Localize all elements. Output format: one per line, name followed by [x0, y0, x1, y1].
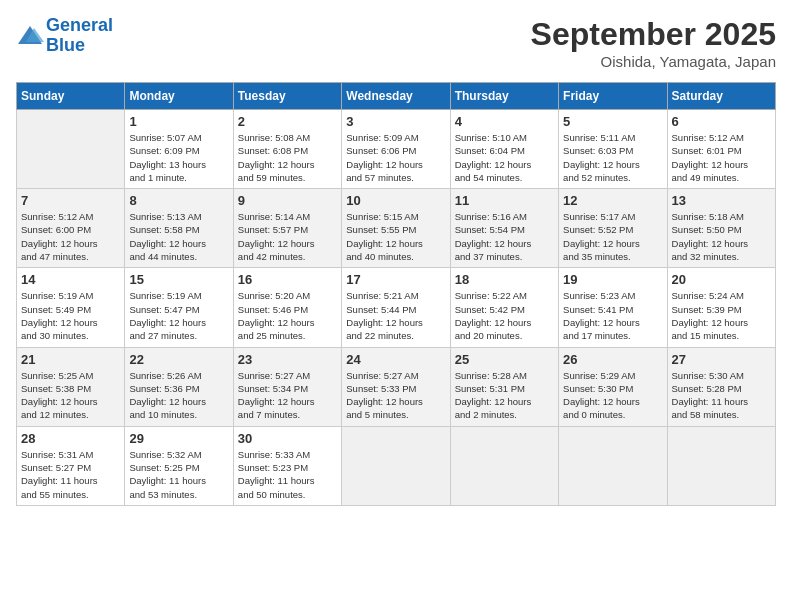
day-detail: Sunrise: 5:19 AM Sunset: 5:49 PM Dayligh… [21, 289, 120, 342]
day-number: 5 [563, 114, 662, 129]
location: Oishida, Yamagata, Japan [531, 53, 776, 70]
day-number: 12 [563, 193, 662, 208]
title-block: September 2025 Oishida, Yamagata, Japan [531, 16, 776, 70]
day-number: 23 [238, 352, 337, 367]
calendar-day-cell: 19Sunrise: 5:23 AM Sunset: 5:41 PM Dayli… [559, 268, 667, 347]
day-detail: Sunrise: 5:33 AM Sunset: 5:23 PM Dayligh… [238, 448, 337, 501]
day-number: 25 [455, 352, 554, 367]
day-number: 10 [346, 193, 445, 208]
day-number: 7 [21, 193, 120, 208]
calendar-day-cell: 29Sunrise: 5:32 AM Sunset: 5:25 PM Dayli… [125, 426, 233, 505]
day-detail: Sunrise: 5:25 AM Sunset: 5:38 PM Dayligh… [21, 369, 120, 422]
calendar-day-cell [450, 426, 558, 505]
calendar-day-cell: 22Sunrise: 5:26 AM Sunset: 5:36 PM Dayli… [125, 347, 233, 426]
day-detail: Sunrise: 5:30 AM Sunset: 5:28 PM Dayligh… [672, 369, 771, 422]
logo-icon [16, 22, 44, 50]
day-number: 3 [346, 114, 445, 129]
calendar-week-row: 21Sunrise: 5:25 AM Sunset: 5:38 PM Dayli… [17, 347, 776, 426]
calendar-day-cell: 8Sunrise: 5:13 AM Sunset: 5:58 PM Daylig… [125, 189, 233, 268]
day-detail: Sunrise: 5:16 AM Sunset: 5:54 PM Dayligh… [455, 210, 554, 263]
day-number: 9 [238, 193, 337, 208]
calendar-day-cell: 23Sunrise: 5:27 AM Sunset: 5:34 PM Dayli… [233, 347, 341, 426]
day-number: 13 [672, 193, 771, 208]
day-number: 19 [563, 272, 662, 287]
day-detail: Sunrise: 5:12 AM Sunset: 6:01 PM Dayligh… [672, 131, 771, 184]
logo: General Blue [16, 16, 113, 56]
page-header: General Blue September 2025 Oishida, Yam… [16, 16, 776, 70]
day-detail: Sunrise: 5:31 AM Sunset: 5:27 PM Dayligh… [21, 448, 120, 501]
calendar-day-cell: 12Sunrise: 5:17 AM Sunset: 5:52 PM Dayli… [559, 189, 667, 268]
calendar-day-cell: 14Sunrise: 5:19 AM Sunset: 5:49 PM Dayli… [17, 268, 125, 347]
day-detail: Sunrise: 5:28 AM Sunset: 5:31 PM Dayligh… [455, 369, 554, 422]
day-number: 17 [346, 272, 445, 287]
day-number: 1 [129, 114, 228, 129]
calendar-week-row: 7Sunrise: 5:12 AM Sunset: 6:00 PM Daylig… [17, 189, 776, 268]
calendar-day-cell [667, 426, 775, 505]
day-detail: Sunrise: 5:27 AM Sunset: 5:33 PM Dayligh… [346, 369, 445, 422]
day-number: 11 [455, 193, 554, 208]
day-detail: Sunrise: 5:20 AM Sunset: 5:46 PM Dayligh… [238, 289, 337, 342]
day-number: 29 [129, 431, 228, 446]
day-detail: Sunrise: 5:10 AM Sunset: 6:04 PM Dayligh… [455, 131, 554, 184]
calendar-day-cell: 26Sunrise: 5:29 AM Sunset: 5:30 PM Dayli… [559, 347, 667, 426]
day-number: 6 [672, 114, 771, 129]
weekday-header: Tuesday [233, 83, 341, 110]
day-detail: Sunrise: 5:14 AM Sunset: 5:57 PM Dayligh… [238, 210, 337, 263]
calendar-day-cell: 7Sunrise: 5:12 AM Sunset: 6:00 PM Daylig… [17, 189, 125, 268]
weekday-header: Sunday [17, 83, 125, 110]
day-number: 15 [129, 272, 228, 287]
day-detail: Sunrise: 5:21 AM Sunset: 5:44 PM Dayligh… [346, 289, 445, 342]
day-detail: Sunrise: 5:32 AM Sunset: 5:25 PM Dayligh… [129, 448, 228, 501]
calendar-day-cell: 5Sunrise: 5:11 AM Sunset: 6:03 PM Daylig… [559, 110, 667, 189]
day-detail: Sunrise: 5:11 AM Sunset: 6:03 PM Dayligh… [563, 131, 662, 184]
day-number: 8 [129, 193, 228, 208]
calendar-day-cell: 20Sunrise: 5:24 AM Sunset: 5:39 PM Dayli… [667, 268, 775, 347]
day-number: 22 [129, 352, 228, 367]
calendar-table: SundayMondayTuesdayWednesdayThursdayFrid… [16, 82, 776, 506]
calendar-day-cell: 13Sunrise: 5:18 AM Sunset: 5:50 PM Dayli… [667, 189, 775, 268]
calendar-day-cell: 11Sunrise: 5:16 AM Sunset: 5:54 PM Dayli… [450, 189, 558, 268]
day-detail: Sunrise: 5:15 AM Sunset: 5:55 PM Dayligh… [346, 210, 445, 263]
calendar-day-cell: 27Sunrise: 5:30 AM Sunset: 5:28 PM Dayli… [667, 347, 775, 426]
logo-text: General Blue [46, 16, 113, 56]
day-number: 26 [563, 352, 662, 367]
calendar-day-cell: 21Sunrise: 5:25 AM Sunset: 5:38 PM Dayli… [17, 347, 125, 426]
calendar-day-cell [17, 110, 125, 189]
calendar-day-cell: 9Sunrise: 5:14 AM Sunset: 5:57 PM Daylig… [233, 189, 341, 268]
day-number: 24 [346, 352, 445, 367]
day-detail: Sunrise: 5:18 AM Sunset: 5:50 PM Dayligh… [672, 210, 771, 263]
calendar-day-cell: 2Sunrise: 5:08 AM Sunset: 6:08 PM Daylig… [233, 110, 341, 189]
calendar-day-cell: 24Sunrise: 5:27 AM Sunset: 5:33 PM Dayli… [342, 347, 450, 426]
calendar-day-cell: 25Sunrise: 5:28 AM Sunset: 5:31 PM Dayli… [450, 347, 558, 426]
day-detail: Sunrise: 5:08 AM Sunset: 6:08 PM Dayligh… [238, 131, 337, 184]
weekday-header: Friday [559, 83, 667, 110]
day-detail: Sunrise: 5:29 AM Sunset: 5:30 PM Dayligh… [563, 369, 662, 422]
calendar-day-cell: 17Sunrise: 5:21 AM Sunset: 5:44 PM Dayli… [342, 268, 450, 347]
day-detail: Sunrise: 5:17 AM Sunset: 5:52 PM Dayligh… [563, 210, 662, 263]
day-number: 21 [21, 352, 120, 367]
calendar-day-cell: 4Sunrise: 5:10 AM Sunset: 6:04 PM Daylig… [450, 110, 558, 189]
day-detail: Sunrise: 5:27 AM Sunset: 5:34 PM Dayligh… [238, 369, 337, 422]
calendar-day-cell: 18Sunrise: 5:22 AM Sunset: 5:42 PM Dayli… [450, 268, 558, 347]
day-detail: Sunrise: 5:22 AM Sunset: 5:42 PM Dayligh… [455, 289, 554, 342]
calendar-day-cell: 30Sunrise: 5:33 AM Sunset: 5:23 PM Dayli… [233, 426, 341, 505]
day-detail: Sunrise: 5:19 AM Sunset: 5:47 PM Dayligh… [129, 289, 228, 342]
calendar-day-cell [559, 426, 667, 505]
day-number: 28 [21, 431, 120, 446]
day-number: 27 [672, 352, 771, 367]
calendar-day-cell [342, 426, 450, 505]
day-number: 4 [455, 114, 554, 129]
day-detail: Sunrise: 5:12 AM Sunset: 6:00 PM Dayligh… [21, 210, 120, 263]
calendar-week-row: 28Sunrise: 5:31 AM Sunset: 5:27 PM Dayli… [17, 426, 776, 505]
calendar-day-cell: 10Sunrise: 5:15 AM Sunset: 5:55 PM Dayli… [342, 189, 450, 268]
day-number: 2 [238, 114, 337, 129]
month-title: September 2025 [531, 16, 776, 53]
day-number: 14 [21, 272, 120, 287]
calendar-day-cell: 16Sunrise: 5:20 AM Sunset: 5:46 PM Dayli… [233, 268, 341, 347]
day-number: 18 [455, 272, 554, 287]
calendar-day-cell: 3Sunrise: 5:09 AM Sunset: 6:06 PM Daylig… [342, 110, 450, 189]
weekday-header: Saturday [667, 83, 775, 110]
calendar-week-row: 14Sunrise: 5:19 AM Sunset: 5:49 PM Dayli… [17, 268, 776, 347]
day-detail: Sunrise: 5:23 AM Sunset: 5:41 PM Dayligh… [563, 289, 662, 342]
calendar-day-cell: 28Sunrise: 5:31 AM Sunset: 5:27 PM Dayli… [17, 426, 125, 505]
